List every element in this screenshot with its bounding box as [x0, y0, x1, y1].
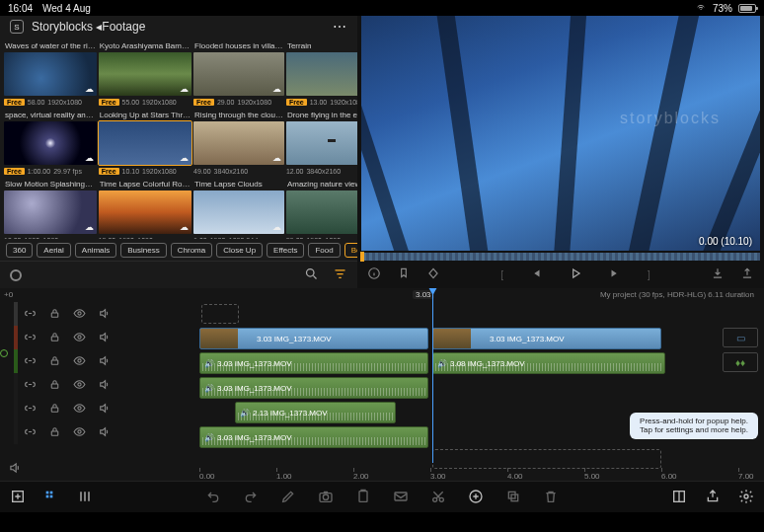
add-track-icon[interactable] [10, 489, 26, 506]
tag-chip[interactable]: Animals [75, 243, 116, 258]
download-icon[interactable] [711, 266, 725, 282]
clip-card[interactable]: Rising through the clou… ☁ 49.00 3840x21… [193, 109, 284, 176]
duplicate-icon[interactable] [505, 489, 521, 506]
source-icon[interactable]: S [10, 20, 24, 34]
tracks-area[interactable]: 3.03 ▭ ♦♦ 🔊3.03 IMG_1373.MOV🔊3.03 IMG_13… [116, 288, 764, 481]
browser-title[interactable]: Storyblocks ◂Footage [32, 20, 145, 34]
link-icon[interactable] [24, 354, 37, 369]
link-icon[interactable] [24, 331, 37, 345]
clip-thumbnail[interactable]: ☁ [4, 190, 97, 234]
audio-clip[interactable]: 🔊3.03 IMG_1373.MOV [199, 352, 428, 374]
eye-icon[interactable] [73, 402, 86, 417]
cut-icon[interactable] [430, 489, 446, 506]
clipboard-icon[interactable] [355, 489, 371, 506]
audio-clip[interactable]: 🔊3.03 IMG_1373.MOV [199, 426, 428, 448]
clip-card[interactable]: Waves of water of the ri… ☁ Free 58.00 1… [4, 39, 97, 107]
clip-thumbnail[interactable]: ☁ [193, 52, 284, 96]
track-row[interactable]: 🔊3.03 IMG_1373.MOV [116, 376, 764, 400]
clip-thumbnail[interactable]: ☁ [193, 190, 284, 234]
play-icon[interactable] [569, 266, 582, 282]
link-icon[interactable] [24, 378, 37, 393]
clip-card[interactable]: Slow Motion Splashing… ☁ 13.00 1920x1080 [4, 178, 97, 239]
tag-chip[interactable]: Close Up [216, 243, 263, 258]
tag-chip[interactable]: Business [120, 243, 166, 258]
next-icon[interactable] [608, 266, 622, 282]
layout-icon[interactable] [671, 489, 687, 506]
clip-card[interactable]: Drone flying in the even… ☁ 12.00 3840x2… [286, 109, 357, 176]
speaker-icon[interactable] [98, 378, 111, 393]
out-bracket-icon[interactable]: ] [648, 269, 650, 280]
lock-icon[interactable] [48, 425, 61, 440]
lock-icon[interactable] [48, 354, 61, 369]
record-icon[interactable] [10, 269, 22, 281]
clip-card[interactable]: Flooded houses in villa… ☁ Free 29.00 19… [193, 39, 284, 107]
tag-chip[interactable]: Beverages [344, 243, 357, 258]
link-icon[interactable] [24, 425, 37, 440]
clip-card[interactable]: Terrain ☁ Free 13.00 1920x1080 [286, 39, 357, 107]
tag-chip[interactable]: Chroma [171, 243, 212, 258]
master-volume-icon[interactable] [8, 461, 22, 477]
search-icon[interactable] [304, 266, 319, 283]
clip-thumbnail[interactable]: ☁ [4, 121, 97, 165]
lock-icon[interactable] [48, 378, 61, 393]
track-row[interactable] [116, 302, 764, 326]
lock-icon[interactable] [48, 402, 61, 417]
marker-icon[interactable] [397, 266, 411, 282]
gear-icon[interactable] [738, 489, 754, 506]
clip-card[interactable]: Time Lapse Colorful Ro… ☁ 15.00 1920x108… [99, 178, 191, 239]
tag-chip[interactable]: 360 [6, 243, 33, 258]
audio-clip[interactable]: 🔊3.03 IMG_1373.MOV [199, 377, 428, 399]
prev-icon[interactable] [529, 266, 543, 282]
track-row[interactable]: 🔊3.03 IMG_1373.MOV🔊3.08 IMG_1373.MOV [116, 351, 764, 375]
keyframe-icon[interactable] [426, 266, 440, 282]
speaker-icon[interactable] [98, 331, 111, 345]
video-clip[interactable]: 🔊3.03 IMG_1373.MOV [199, 328, 428, 349]
redo-icon[interactable] [243, 489, 259, 506]
preview-scrubber[interactable] [361, 253, 760, 261]
clip-thumbnail[interactable]: ☁ [4, 52, 97, 96]
speaker-icon[interactable] [98, 354, 111, 369]
eye-icon[interactable] [73, 307, 86, 322]
camera-icon[interactable] [318, 489, 334, 506]
clip-card[interactable]: Amazing nature view o… ☁ 59.00 1920x1080 [286, 178, 357, 239]
edit-icon[interactable] [280, 489, 296, 506]
filter-icon[interactable] [333, 266, 347, 283]
speaker-icon[interactable] [98, 425, 111, 440]
eye-icon[interactable] [73, 354, 86, 369]
trash-icon[interactable] [543, 489, 559, 506]
clip-thumbnail[interactable]: ☁ [99, 190, 191, 234]
clip-card[interactable]: Looking Up at Stars Thr… ☁ Free 10.10 19… [99, 109, 191, 176]
audio-clip[interactable]: 🔊2.13 IMG_1373.MOV [235, 402, 396, 423]
envelope-icon[interactable] [393, 489, 409, 506]
track-selector-dot[interactable] [0, 349, 8, 357]
clip-thumbnail[interactable]: ☁ [99, 121, 191, 165]
eye-icon[interactable] [73, 425, 86, 440]
audio-clip[interactable]: 🔊3.08 IMG_1373.MOV [432, 352, 665, 374]
speaker-icon[interactable] [98, 307, 111, 322]
eye-icon[interactable] [73, 331, 86, 345]
tag-chip[interactable]: Aerial [37, 243, 70, 258]
video-clip[interactable]: 🔊3.03 IMG_1373.MOV [432, 328, 661, 349]
eye-icon[interactable] [73, 378, 86, 393]
link-icon[interactable] [24, 402, 37, 417]
clip-thumbnail[interactable]: ☁ [286, 52, 357, 96]
track-row[interactable]: 🔊3.03 IMG_1373.MOV🔊3.03 IMG_1373.MOV [116, 327, 764, 350]
clip-thumbnail[interactable]: ☁ [99, 52, 191, 96]
preview-viewport[interactable]: storyblocks 0.00 (10.10) [361, 16, 760, 251]
clip-thumbnail[interactable]: ☁ [193, 121, 284, 165]
clip-thumbnail[interactable]: ☁ [286, 121, 357, 165]
clip-card[interactable]: Time Lapse Clouds ☁ 6.00 1920x1080 24 fp… [193, 178, 284, 239]
info-icon[interactable] [367, 266, 381, 282]
clip-card[interactable]: Kyoto Arashiyama Bam… ☁ Free 55.00 1920x… [99, 39, 191, 107]
import-icon[interactable] [740, 266, 754, 282]
in-bracket-icon[interactable]: [ [500, 269, 503, 280]
lock-icon[interactable] [48, 307, 61, 322]
add-clip-icon[interactable] [468, 489, 484, 506]
time-ruler[interactable]: 0.001.002.003.004.005.006.007.00 [116, 465, 764, 481]
undo-icon[interactable] [205, 489, 221, 506]
share-icon[interactable] [705, 489, 721, 506]
lock-icon[interactable] [48, 331, 61, 345]
clip-thumbnail[interactable]: ☁ [286, 190, 357, 234]
speaker-icon[interactable] [98, 402, 111, 417]
link-icon[interactable] [24, 307, 37, 322]
